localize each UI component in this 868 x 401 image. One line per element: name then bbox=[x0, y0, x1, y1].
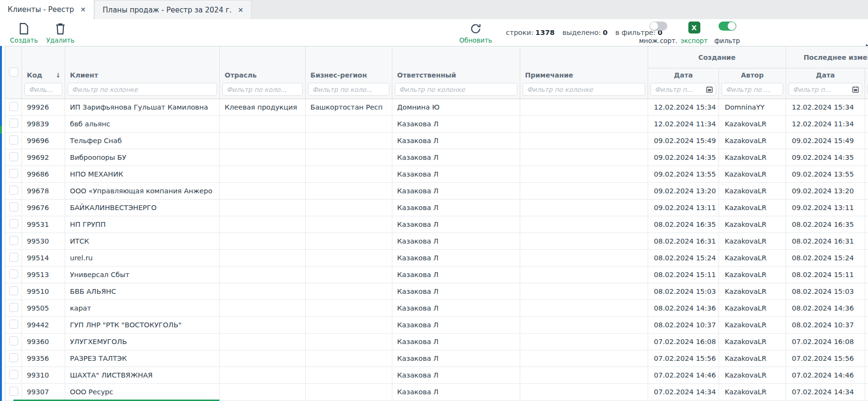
cell-responsible[interactable]: Казакова Л bbox=[392, 300, 520, 317]
cell-modified-date[interactable]: 09.02.2024 13:55 bbox=[786, 166, 865, 183]
cell-region[interactable] bbox=[306, 350, 392, 367]
cell-created-author[interactable]: KazakovaLR bbox=[719, 317, 786, 334]
toggle-off-icon[interactable] bbox=[650, 22, 667, 31]
close-icon[interactable]: ✕ bbox=[238, 6, 244, 14]
cell-client[interactable]: Универсал Сбыт bbox=[65, 267, 220, 283]
cell-modified-author[interactable]: KazakovaLR bbox=[865, 300, 868, 317]
cell-client[interactable]: Виброопоры БУ bbox=[65, 149, 220, 166]
filter-input-responsible[interactable] bbox=[395, 83, 517, 96]
cell-modified-date[interactable]: 08.02.2024 16:31 bbox=[786, 233, 865, 250]
table-row[interactable]: 99307ООО РесурсКазакова Л07.02.2024 14:3… bbox=[5, 384, 868, 401]
cell-responsible[interactable]: Казакова Л bbox=[392, 317, 520, 334]
row-checkbox[interactable] bbox=[9, 286, 18, 295]
cell-code[interactable]: 99310 bbox=[22, 367, 65, 384]
cell-created-author[interactable]: KazakovaLR bbox=[719, 350, 786, 367]
cell-modified-date[interactable]: 07.02.2024 14:34 bbox=[786, 384, 865, 401]
cell-modified-date[interactable]: 08.02.2024 15:03 bbox=[786, 283, 865, 300]
multi-sort-toggle[interactable]: множ.сорт. bbox=[637, 22, 679, 45]
cell-industry[interactable] bbox=[220, 200, 306, 216]
cell-created-date[interactable]: 08.02.2024 14:36 bbox=[648, 300, 719, 317]
cell-modified-date[interactable]: 09.02.2024 13:20 bbox=[786, 183, 865, 200]
cell-note[interactable] bbox=[520, 367, 648, 384]
cell-modified-date[interactable]: 08.02.2024 10:37 bbox=[786, 317, 865, 334]
tab-clients-registry[interactable]: Клиенты - Реестр ✕ bbox=[0, 0, 93, 19]
cell-region[interactable] bbox=[306, 166, 392, 183]
cell-responsible[interactable]: Казакова Л bbox=[392, 267, 520, 283]
cell-region[interactable] bbox=[306, 149, 392, 166]
toggle-on-icon[interactable] bbox=[719, 22, 736, 31]
cell-responsible[interactable]: Казакова Л bbox=[392, 283, 520, 300]
cell-client[interactable]: УЛУГХЕМУГОЛЬ bbox=[65, 334, 220, 350]
cell-created-author[interactable]: DomninaYY bbox=[719, 99, 786, 116]
cell-region[interactable] bbox=[306, 250, 392, 267]
excel-icon[interactable]: X bbox=[688, 22, 700, 33]
cell-region[interactable] bbox=[306, 133, 392, 149]
cell-modified-author[interactable]: KazakovaLR bbox=[865, 133, 868, 149]
cell-created-author[interactable]: KazakovaLR bbox=[719, 149, 786, 166]
cell-modified-date[interactable]: 07.02.2024 14:46 bbox=[786, 367, 865, 384]
cell-code[interactable]: 99839 bbox=[22, 116, 65, 133]
cell-client[interactable]: urel.ru bbox=[65, 250, 220, 267]
cell-code[interactable]: 99926 bbox=[22, 99, 65, 116]
cell-modified-date[interactable]: 12.02.2024 15:34 bbox=[786, 99, 865, 116]
cell-created-date[interactable]: 07.02.2024 15:56 bbox=[648, 350, 719, 367]
cell-responsible[interactable]: Казакова Л bbox=[392, 166, 520, 183]
cell-created-date[interactable]: 12.02.2024 11:34 bbox=[648, 116, 719, 133]
cell-region[interactable] bbox=[306, 317, 392, 334]
cell-modified-date[interactable]: 08.02.2024 15:11 bbox=[786, 267, 865, 283]
cell-industry[interactable] bbox=[220, 233, 306, 250]
filter-toggle[interactable]: фильтр bbox=[712, 22, 742, 45]
table-row[interactable]: 99696Тельфер СнабКазакова Л09.02.2024 15… bbox=[5, 133, 868, 149]
cell-code[interactable]: 99360 bbox=[22, 334, 65, 350]
cell-code[interactable]: 99505 bbox=[22, 300, 65, 317]
column-header-industry[interactable]: Отрасль bbox=[220, 46, 306, 82]
cell-industry[interactable] bbox=[220, 334, 306, 350]
cell-note[interactable] bbox=[520, 250, 648, 267]
cell-modified-author[interactable]: KazakovaLR bbox=[865, 149, 868, 166]
cell-industry[interactable] bbox=[220, 384, 306, 401]
filter-input-region[interactable] bbox=[308, 83, 389, 96]
column-header-code[interactable]: Код↓ bbox=[22, 46, 65, 82]
row-checkbox[interactable] bbox=[9, 219, 18, 228]
cell-modified-author[interactable]: KazakovaLR bbox=[865, 250, 868, 267]
cell-responsible[interactable]: Казакова Л bbox=[392, 200, 520, 216]
cell-modified-date[interactable]: 08.02.2024 14:36 bbox=[786, 300, 865, 317]
cell-created-date[interactable]: 12.02.2024 15:34 bbox=[648, 99, 719, 116]
cell-modified-author[interactable]: DomninaYY bbox=[865, 99, 868, 116]
cell-industry[interactable] bbox=[220, 166, 306, 183]
cell-created-author[interactable]: KazakovaLR bbox=[719, 300, 786, 317]
cell-responsible[interactable]: Казакова Л bbox=[392, 183, 520, 200]
cell-modified-author[interactable]: KazakovaLR bbox=[865, 233, 868, 250]
cell-created-date[interactable]: 08.02.2024 15:11 bbox=[648, 267, 719, 283]
cell-region[interactable] bbox=[306, 116, 392, 133]
column-header-responsible[interactable]: Ответственный bbox=[392, 46, 520, 82]
cell-modified-author[interactable]: KazakovaLR bbox=[865, 116, 868, 133]
row-checkbox[interactable] bbox=[9, 236, 18, 245]
cell-code[interactable]: 99531 bbox=[22, 216, 65, 233]
table-row[interactable]: 99310ШАХТА" ЛИСТВЯЖНАЯКазакова Л07.02.20… bbox=[5, 367, 868, 384]
cell-created-author[interactable]: KazakovaLR bbox=[719, 216, 786, 233]
table-row[interactable]: 99676БАЙКАЛИНВЕСТЭНЕРГОКазакова Л09.02.2… bbox=[5, 200, 868, 216]
table-row[interactable]: 99505каратКазакова Л08.02.2024 14:36Kaza… bbox=[5, 300, 868, 317]
cell-client[interactable]: ШАХТА" ЛИСТВЯЖНАЯ bbox=[65, 367, 220, 384]
cell-responsible[interactable]: Домнина Ю bbox=[392, 99, 520, 116]
cell-modified-date[interactable]: 08.02.2024 16:35 bbox=[786, 216, 865, 233]
filter-input-created-author[interactable] bbox=[721, 83, 783, 96]
cell-industry[interactable] bbox=[220, 183, 306, 200]
cell-note[interactable] bbox=[520, 133, 648, 149]
vertical-scrollbar[interactable] bbox=[0, 46, 2, 401]
row-checkbox[interactable] bbox=[9, 119, 18, 128]
cell-modified-author[interactable]: KazakovaLR bbox=[865, 166, 868, 183]
table-row[interactable]: 99926ИП Зарифьянова Гульшат КамиловнаКле… bbox=[5, 99, 868, 116]
cell-modified-author[interactable]: KazakovaLR bbox=[865, 216, 868, 233]
table-row[interactable]: 99442ГУП ЛНР "РТК "ВОСТОКУГОЛЬ"Казакова … bbox=[5, 317, 868, 334]
cell-note[interactable] bbox=[520, 233, 648, 250]
cell-code[interactable]: 99678 bbox=[22, 183, 65, 200]
cell-note[interactable] bbox=[520, 317, 648, 334]
cell-modified-date[interactable]: 09.02.2024 13:11 bbox=[786, 200, 865, 216]
column-header-created-date[interactable]: Дата bbox=[648, 68, 719, 82]
column-header-region[interactable]: Бизнес-регион bbox=[306, 46, 392, 82]
table-row[interactable]: 99514urel.ruКазакова Л08.02.2024 15:24Ka… bbox=[5, 250, 868, 267]
table-row[interactable]: 99686НПО МЕХАНИККазакова Л09.02.2024 13:… bbox=[5, 166, 868, 183]
cell-created-author[interactable]: KazakovaLR bbox=[719, 233, 786, 250]
